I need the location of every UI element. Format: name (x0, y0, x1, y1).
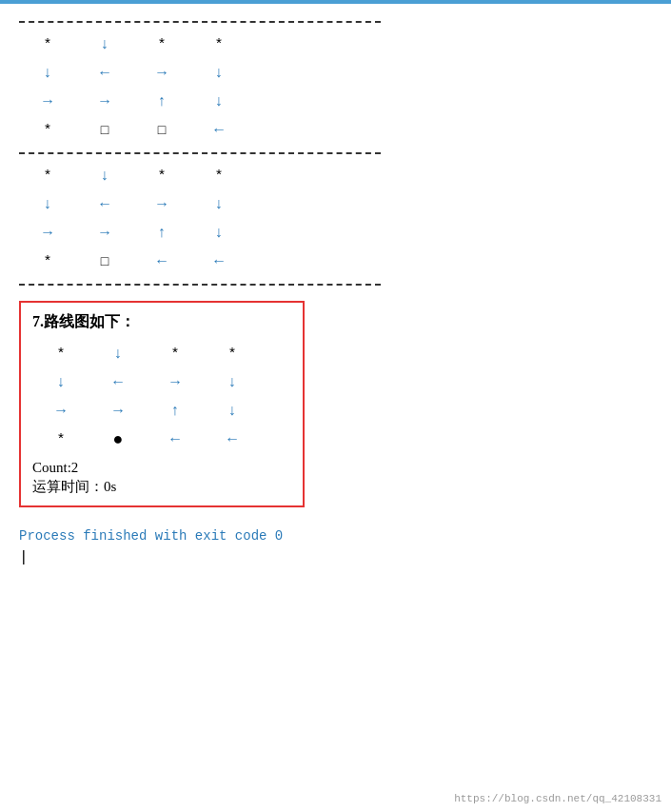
cell-arrow-left: ← (190, 253, 247, 270)
grid-row: * ↓ * * (19, 162, 652, 190)
cell-box: □ (76, 254, 133, 269)
cell-arrow-up: ↑ (133, 225, 190, 242)
cell-arrow-up: ↑ (133, 93, 190, 110)
cell-arrow-right: → (133, 196, 190, 213)
section-title: 7.路线图如下： (32, 312, 291, 332)
grid-row: ↓ ← → ↓ (19, 59, 652, 88)
cell-star: * (147, 347, 204, 363)
grid-section-3: * ↓ * * ↓ ← → ↓ → → ↑ ↓ * ● ← ← (32, 340, 291, 454)
cell-arrow-right: → (133, 65, 190, 82)
grid-section-1: * ↓ * * ↓ ← → ↓ → → ↑ ↓ * □ □ ← (19, 30, 652, 145)
grid-row: → → ↑ ↓ (19, 88, 652, 116)
cell-star: * (133, 37, 190, 53)
cell-arrow-right: → (76, 93, 133, 110)
cell-arrow-down: ↓ (204, 403, 261, 420)
divider-2 (19, 152, 381, 154)
cell-arrow-right: → (32, 403, 89, 420)
cell-arrow-down: ↓ (19, 65, 76, 82)
cell-arrow-left: ← (89, 374, 147, 391)
grid-row: → → ↑ ↓ (19, 219, 652, 248)
grid-row: * □ □ ← (19, 116, 652, 145)
cell-arrow-down: ↓ (76, 36, 133, 53)
cell-arrow-left: ← (76, 65, 133, 82)
cursor: | (19, 549, 652, 566)
cell-star: * (32, 347, 89, 363)
cell-star: * (19, 37, 76, 53)
cell-arrow-up: ↑ (147, 403, 204, 420)
grid-section-2: * ↓ * * ↓ ← → ↓ → → ↑ ↓ * □ ← ← (19, 162, 652, 276)
cell-arrow-left: ← (147, 431, 204, 448)
cell-arrow-down: ↓ (190, 225, 247, 242)
cell-arrow-down: ↓ (19, 196, 76, 213)
cell-arrow-right: → (147, 374, 204, 391)
grid-row: * □ ← ← (19, 248, 652, 276)
grid-row: → → ↑ ↓ (32, 397, 291, 426)
watermark: https://blog.csdn.net/qq_42108331 (454, 793, 661, 804)
divider-1 (19, 21, 381, 23)
highlighted-section: 7.路线图如下： * ↓ * * ↓ ← → ↓ → → ↑ ↓ * (19, 301, 305, 507)
grid-row: * ↓ * * (19, 30, 652, 59)
cell-arrow-right: → (89, 403, 147, 420)
time-display: 运算时间：0s (32, 478, 291, 496)
cell-box: □ (133, 123, 190, 138)
cell-arrow-down: ↓ (89, 346, 147, 363)
grid-row: ↓ ← → ↓ (19, 190, 652, 219)
cell-dot: ● (89, 430, 147, 449)
cell-arrow-right: → (76, 225, 133, 242)
cell-box: □ (76, 123, 133, 138)
time-label: 运算时间： (32, 479, 104, 494)
grid-row: ↓ ← → ↓ (32, 368, 291, 397)
cell-arrow-down: ↓ (32, 374, 89, 391)
process-message: Process finished with exit code 0 (19, 528, 652, 544)
cell-arrow-down: ↓ (190, 196, 247, 213)
time-value: 0s (104, 479, 116, 494)
count-display: Count:2 (32, 460, 291, 476)
cell-arrow-down: ↓ (190, 65, 247, 82)
cell-star: * (19, 254, 76, 270)
grid-row: * ↓ * * (32, 340, 291, 368)
cell-star: * (133, 168, 190, 185)
divider-3 (19, 284, 381, 286)
cell-star: * (190, 37, 247, 53)
grid-row: * ● ← ← (32, 426, 291, 454)
cell-arrow-left: ← (133, 253, 190, 270)
cell-arrow-right: → (19, 93, 76, 110)
cell-star: * (19, 168, 76, 185)
cell-star: * (32, 432, 89, 448)
cell-arrow-down: ↓ (204, 374, 261, 391)
main-content: * ↓ * * ↓ ← → ↓ → → ↑ ↓ * □ □ ← * ↓ * (0, 4, 671, 576)
cell-star: * (204, 347, 261, 363)
cell-arrow-down: ↓ (76, 168, 133, 185)
cell-arrow-left: ← (204, 431, 261, 448)
cell-star: * (19, 123, 76, 139)
cell-arrow-left: ← (76, 196, 133, 213)
cell-arrow-down: ↓ (190, 93, 247, 110)
cell-arrow-left: ← (190, 122, 247, 139)
cell-star: * (190, 168, 247, 185)
cell-arrow-right: → (19, 225, 76, 242)
